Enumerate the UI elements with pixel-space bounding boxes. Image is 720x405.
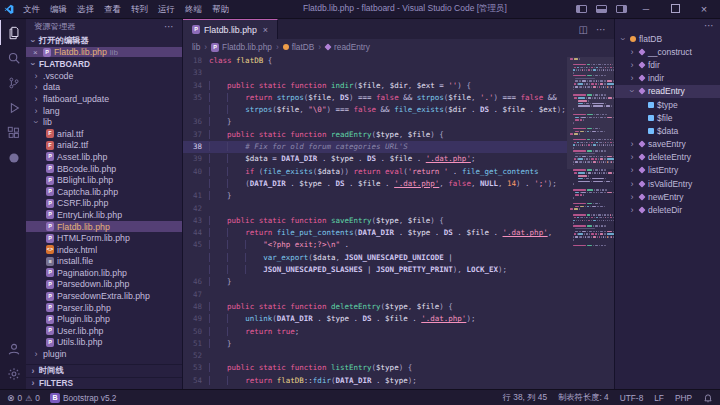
code-line[interactable]: 33: [183, 67, 614, 79]
outline-item[interactable]: $data: [615, 124, 720, 137]
menu-item[interactable]: 帮助: [207, 0, 234, 18]
code-line[interactable]: 35 return strpos($file, DS) === false &&…: [183, 92, 614, 104]
code-line[interactable]: 45 "<?php exit;?>\n" .: [183, 239, 614, 251]
folder-item[interactable]: ›lib: [26, 116, 182, 128]
file-item[interactable]: Farial2.ttf: [26, 140, 182, 152]
code-line[interactable]: 54 return flatDB::fdir(DATA_DIR . $type)…: [183, 375, 614, 387]
split-editor-icon[interactable]: [579, 24, 588, 35]
file-item[interactable]: PCSRF.lib.php: [26, 198, 182, 210]
toggle-panel-icon[interactable]: [596, 5, 607, 13]
outline-item[interactable]: $type: [615, 98, 720, 111]
menu-item[interactable]: 文件: [18, 0, 45, 18]
folder-item[interactable]: ›plugin: [26, 348, 182, 360]
menu-item[interactable]: 查看: [99, 0, 126, 18]
open-editor-item[interactable]: ×PFlatdb.lib.phplib: [26, 47, 182, 57]
code-line[interactable]: 49 unlink(DATA_DIR . $type . DS . $file …: [183, 313, 614, 325]
file-item[interactable]: PParser.lib.php: [26, 302, 182, 314]
encoding-status[interactable]: UTF-8: [620, 393, 644, 403]
code-line[interactable]: 50 return true;: [183, 326, 614, 338]
editor-more-actions-icon[interactable]: [596, 24, 606, 35]
outline-item[interactable]: ›indir: [615, 72, 720, 85]
file-item[interactable]: PParsedownExtra.lib.php: [26, 290, 182, 302]
code-line[interactable]: JSON_UNESCAPED_SLASHES | JSON_PRETTY_PRI…: [183, 264, 614, 276]
outline-item[interactable]: ›saveEntry: [615, 138, 720, 151]
file-item[interactable]: PPagination.lib.php: [26, 267, 182, 279]
outline-item[interactable]: ›newEntry: [615, 190, 720, 203]
cursor-position-status[interactable]: 行 38, 列 45: [503, 392, 547, 403]
breadcrumb-item[interactable]: P Flatdb.lib.php: [211, 42, 272, 52]
close-tab-icon[interactable]: [261, 25, 268, 35]
outline-item[interactable]: ›deleteEntry: [615, 151, 720, 164]
code-line[interactable]: 18class flatDB {: [183, 55, 614, 67]
folder-item[interactable]: ›lang: [26, 105, 182, 117]
run-debug-icon[interactable]: [0, 95, 26, 120]
settings-icon[interactable]: [0, 361, 26, 386]
toggle-secondary-sidebar-icon[interactable]: [616, 5, 627, 13]
file-item[interactable]: <>index.html: [26, 244, 182, 256]
code-line[interactable]: 52: [183, 350, 614, 362]
account-icon[interactable]: [0, 336, 26, 361]
toggle-sidebar-icon[interactable]: [576, 5, 587, 13]
breadcrumb-item[interactable]: readEntry: [325, 42, 370, 52]
timeline-section[interactable]: › 时间线: [26, 364, 182, 377]
breadcrumb-item[interactable]: lib: [192, 42, 200, 52]
source-control-icon[interactable]: [0, 70, 26, 95]
explorer-icon[interactable]: [0, 20, 26, 45]
folder-item[interactable]: ›.vscode: [26, 70, 182, 82]
outline-item[interactable]: $file: [615, 111, 720, 124]
code-line[interactable]: 47: [183, 289, 614, 301]
code-editor[interactable]: 18class flatDB {3334 public static funct…: [183, 55, 614, 389]
filters-section[interactable]: › FILTERS: [26, 377, 182, 390]
code-line[interactable]: 37 public static function readEntry($typ…: [183, 129, 614, 141]
outline-more-actions-icon[interactable]: [704, 20, 714, 31]
menu-item[interactable]: 转到: [126, 0, 153, 18]
file-item[interactable]: Farial.ttf: [26, 128, 182, 140]
file-item[interactable]: PParsedown.lib.php: [26, 279, 182, 291]
menu-item[interactable]: 选择: [72, 0, 99, 18]
problems-status[interactable]: 0 0: [7, 393, 40, 403]
code-line[interactable]: 51 }: [183, 338, 614, 350]
custom-extension-icon[interactable]: [0, 145, 26, 170]
code-line[interactable]: 53 public static function listEntry($typ…: [183, 362, 614, 374]
code-line[interactable]: 36 }: [183, 116, 614, 128]
bootstrap-status[interactable]: Bootstrap v5.2: [50, 393, 117, 403]
file-item[interactable]: PFlatdb.lib.php: [26, 221, 182, 233]
outline-item[interactable]: ›deleteDir: [615, 203, 720, 216]
code-line[interactable]: 43 public static function saveEntry($typ…: [183, 215, 614, 227]
code-line[interactable]: 46 }: [183, 276, 614, 288]
code-line[interactable]: (DATA_DIR . $type . DS . $file . '.dat.p…: [183, 178, 614, 190]
outline-item[interactable]: ›__construct: [615, 45, 720, 58]
file-item[interactable]: PPlugin.lib.php: [26, 313, 182, 325]
code-line[interactable]: 40 if (file_exists($data)) return eval('…: [183, 166, 614, 178]
file-item[interactable]: PUtils.lib.php: [26, 337, 182, 349]
code-line[interactable]: 41 }: [183, 190, 614, 202]
file-item[interactable]: PUser.lib.php: [26, 325, 182, 337]
code-line[interactable]: 48 public static function deleteEntry($t…: [183, 301, 614, 313]
extensions-icon[interactable]: [0, 120, 26, 145]
folder-item[interactable]: ›data: [26, 82, 182, 94]
file-item[interactable]: PBBlight.lib.php: [26, 174, 182, 186]
code-line[interactable]: 38 # Fix for old forum categories URL'S: [183, 141, 614, 153]
code-line[interactable]: 44 return file_put_contents(DATA_DIR . $…: [183, 227, 614, 239]
file-item[interactable]: PAsset.lib.php: [26, 151, 182, 163]
close-window-button[interactable]: [694, 3, 714, 15]
notifications-bell-icon[interactable]: [703, 393, 713, 403]
tab-size-status[interactable]: 制表符长度: 4: [558, 392, 609, 403]
code-line[interactable]: strpos($file, "\0") === false && file_ex…: [183, 104, 614, 116]
code-line[interactable]: 34 public static function indir($file, $…: [183, 80, 614, 92]
outline-root[interactable]: › flatDB: [615, 32, 720, 45]
minimap[interactable]: [567, 55, 614, 389]
close-editor-icon[interactable]: ×: [33, 48, 40, 57]
eol-status[interactable]: LF: [654, 393, 664, 403]
folder-root-section[interactable]: › FLATBOARD: [26, 57, 182, 70]
breadcrumb-item[interactable]: flatDB: [283, 42, 315, 52]
code-line[interactable]: var_export($data, JSON_UNESCAPED_UNICODE…: [183, 252, 614, 264]
code-line[interactable]: 42: [183, 203, 614, 215]
outline-item[interactable]: ›readEntry: [615, 85, 720, 98]
maximize-button[interactable]: [665, 4, 685, 15]
menu-item[interactable]: 编辑: [45, 0, 72, 18]
file-item[interactable]: PEntryLink.lib.php: [26, 209, 182, 221]
outline-item[interactable]: ›isValidEntry: [615, 177, 720, 190]
outline-item[interactable]: ›fdir: [615, 58, 720, 71]
minimize-button[interactable]: [636, 4, 656, 14]
